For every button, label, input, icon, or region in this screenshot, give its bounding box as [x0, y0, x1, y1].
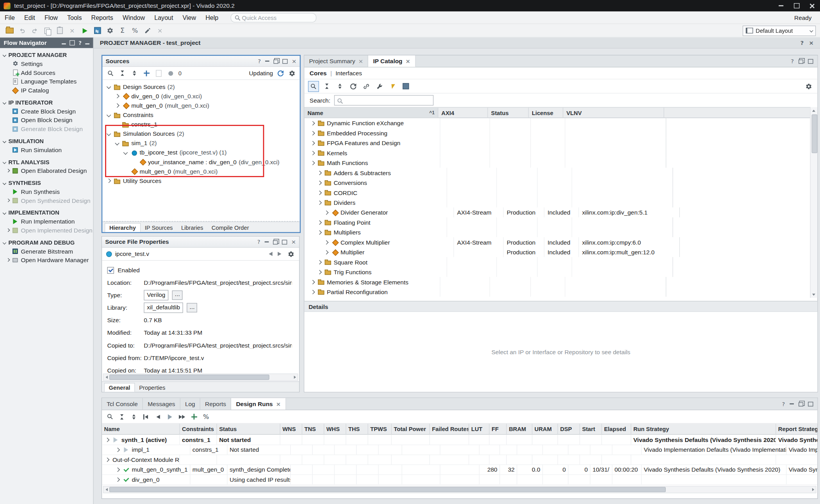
property-value[interactable]: D:/ProgramFiles/FPGA/test_project/test_p… — [144, 280, 292, 286]
expander-icon[interactable] — [116, 447, 120, 452]
column-header[interactable]: URAM — [532, 424, 558, 434]
expander-icon[interactable] — [317, 170, 322, 175]
settings-gear-icon[interactable] — [105, 25, 115, 36]
flow-section-header[interactable]: RTL ANALYSIS — [0, 157, 93, 166]
report-sigma-icon[interactable]: Σ — [117, 25, 128, 36]
ip-catalog-row[interactable]: Memories & Storage Elements — [304, 277, 810, 287]
step-first-icon[interactable] — [142, 412, 150, 421]
expand-all-icon[interactable] — [130, 412, 138, 421]
cores-link[interactable]: Cores — [310, 70, 327, 76]
flow-nav-expand-icon[interactable] — [70, 40, 75, 45]
cancel-icon[interactable]: × — [155, 25, 165, 36]
design-run-row[interactable]: mult_gen_0_synth_1 mult_gen_0 synth_desi… — [102, 465, 817, 474]
properties-view-tab[interactable]: General — [104, 383, 135, 392]
float-icon[interactable] — [273, 59, 278, 64]
layout-selector[interactable]: Default Layout — [743, 25, 816, 36]
expander-icon[interactable] — [324, 250, 328, 254]
source-tree-item[interactable]: mult_gen_0 (mult_gen_0.xci) — [103, 167, 300, 176]
expander-icon[interactable] — [107, 85, 111, 89]
ip-catalog-row[interactable]: Multipliers — [304, 227, 810, 237]
property-value[interactable]: D:/TEMP/ipcore_test.v — [144, 355, 204, 361]
gear-icon[interactable] — [287, 250, 295, 258]
column-header[interactable]: Report Strategy — [776, 424, 818, 434]
ip-catalog-row[interactable]: Conversions — [304, 177, 810, 187]
column-header-name[interactable]: Name ^1 — [304, 108, 438, 117]
column-header[interactable]: BRAM — [507, 424, 533, 434]
column-header-status[interactable]: Status — [488, 108, 529, 117]
help-icon[interactable]: ? — [257, 238, 260, 245]
flow-nav-item[interactable]: Add Sources — [0, 68, 93, 77]
horizontal-scrollbar[interactable] — [103, 374, 298, 381]
column-header[interactable]: WNS — [280, 424, 302, 434]
ellipsis-button[interactable]: … — [187, 303, 198, 312]
float-icon[interactable] — [273, 239, 278, 244]
minimize-icon[interactable] — [264, 241, 269, 243]
menu-item[interactable]: Window — [118, 11, 150, 23]
flow-nav-minimize-icon[interactable] — [85, 43, 89, 44]
ip-catalog-row[interactable]: Floating Point — [304, 217, 810, 227]
menu-item[interactable]: Edit — [20, 11, 40, 23]
ip-catalog-row[interactable]: Dynamic Function eXchange — [304, 118, 810, 128]
flow-section-header[interactable]: IMPLEMENTATION — [0, 208, 93, 217]
ellipsis-button[interactable]: … — [172, 291, 183, 300]
source-tree-item[interactable]: tb_ipcore_test (ipcore_test.v) (1) — [103, 148, 300, 157]
flow-nav-item[interactable]: Generate Bitstream — [0, 247, 93, 256]
flow-nav-item[interactable]: IP Catalog — [0, 86, 93, 95]
flow-nav-pin-icon[interactable] — [62, 43, 66, 44]
horizontal-scrollbar[interactable] — [103, 486, 816, 493]
property-value[interactable]: Today at 14:15:51 PM — [144, 367, 202, 374]
column-header[interactable]: Name — [102, 424, 180, 434]
expander-icon[interactable] — [107, 179, 111, 183]
sources-view-tab[interactable]: IP Sources — [141, 224, 177, 232]
editor-tab[interactable]: Project Summary × — [304, 55, 368, 67]
source-tree-item[interactable]: sim_1 (2) — [103, 138, 300, 148]
ip-catalog-row[interactable]: Square Root — [304, 257, 810, 267]
ip-catalog-row[interactable]: Multiplier Production Included xilinx.co… — [304, 247, 810, 257]
property-value[interactable]: Verilog — [144, 290, 168, 300]
close-icon[interactable]: × — [406, 58, 410, 64]
quick-access-search[interactable]: Quick Access — [230, 13, 316, 22]
close-icon[interactable]: × — [291, 238, 296, 245]
expander-icon[interactable] — [310, 141, 315, 145]
column-header[interactable]: TPWS — [368, 424, 392, 434]
help-icon[interactable]: ? — [258, 58, 261, 64]
ip-catalog-row[interactable]: Kernels — [304, 148, 810, 158]
expander-icon[interactable] — [310, 289, 315, 294]
source-tree-item[interactable]: Design Sources (2) — [103, 82, 300, 91]
minimize-icon[interactable] — [265, 60, 269, 62]
refresh-repository-icon[interactable] — [348, 81, 358, 91]
expander-icon[interactable] — [105, 437, 109, 442]
ip-catalog-row[interactable]: Dividers — [304, 197, 810, 207]
ip-catalog-row[interactable]: Trig Functions — [304, 267, 810, 277]
sources-view-tab[interactable]: Libraries — [177, 224, 207, 232]
column-header[interactable]: Run Strategy — [631, 424, 776, 434]
wrench-icon[interactable] — [374, 81, 384, 91]
column-header[interactable]: Failed Routes — [430, 424, 469, 434]
column-header-license[interactable]: License — [529, 108, 563, 117]
source-tree-item[interactable]: Simulation Sources (2) — [103, 129, 300, 138]
maximize-button[interactable] — [789, 0, 804, 11]
maximize-icon[interactable] — [282, 59, 287, 64]
properties-view-tab[interactable]: Properties — [135, 383, 169, 392]
scroll-left-icon[interactable] — [103, 374, 109, 380]
expander-icon[interactable] — [115, 94, 119, 98]
design-run-row[interactable]: div_gen_0 Using cached IP results — [102, 474, 817, 484]
ip-catalog-row[interactable]: Partial Reconfiguration — [304, 287, 810, 296]
help-icon[interactable]: ? — [791, 58, 794, 64]
file-properties-icon[interactable] — [154, 69, 162, 77]
expander-icon[interactable] — [116, 467, 120, 472]
interfaces-link[interactable]: Interfaces — [335, 70, 362, 76]
expander-icon[interactable] — [123, 150, 128, 154]
redo-icon[interactable] — [29, 25, 40, 36]
expander-icon[interactable] — [310, 131, 315, 135]
delete-icon[interactable]: × — [67, 25, 77, 36]
design-run-row[interactable]: Out-of-Context Module Runs — [102, 454, 817, 464]
copy-icon[interactable] — [42, 25, 52, 36]
bottom-tab[interactable]: Log × — [180, 398, 200, 410]
flow-nav-item[interactable]: Open Elaborated Design — [0, 166, 93, 175]
expander-icon[interactable] — [317, 190, 322, 195]
scrollbar-thumb[interactable] — [109, 487, 666, 492]
percent-utilization-icon[interactable]: % — [202, 412, 210, 421]
flow-nav-item[interactable]: Create Block Design — [0, 106, 93, 115]
editor-tab[interactable]: IP Catalog × — [368, 55, 415, 67]
